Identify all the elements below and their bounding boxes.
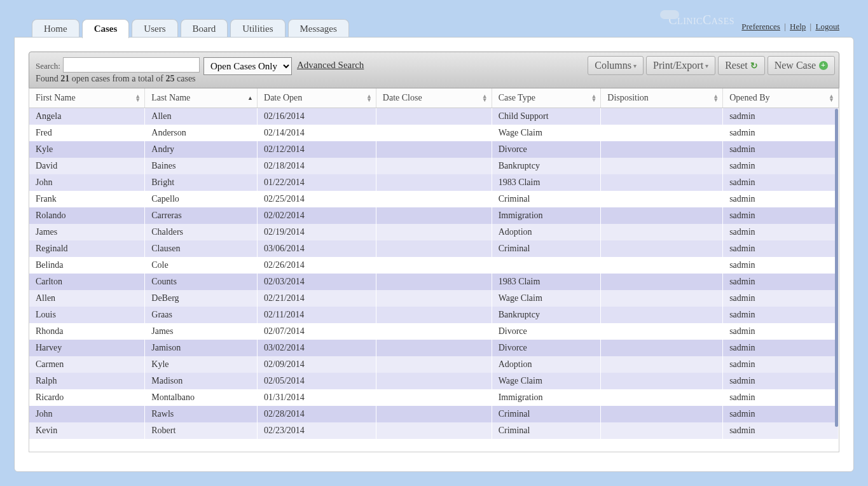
- table-row[interactable]: CarmenKyle02/09/2014Adoptionsadmin: [29, 356, 839, 373]
- reset-button[interactable]: Reset ↻: [718, 56, 765, 75]
- cell-disp: [601, 125, 723, 141]
- table-scroll[interactable]: AngelaAllen02/16/2014Child Supportsadmin…: [29, 108, 839, 452]
- cell-first: Rhonda: [29, 323, 145, 340]
- table-row[interactable]: FrankCapello02/25/2014Criminalsadmin: [29, 191, 839, 207]
- table-row[interactable]: FredAnderson02/14/2014Wage Claimsadmin: [29, 125, 839, 141]
- table-row[interactable]: AngelaAllen02/16/2014Child Supportsadmin: [29, 108, 839, 125]
- cell-type: Child Support: [492, 108, 601, 125]
- cell-open: 02/16/2014: [258, 108, 376, 125]
- cell-type: Immigration: [492, 207, 601, 224]
- cell-disp: [601, 274, 723, 290]
- columns-button[interactable]: Columns ▾: [588, 56, 644, 75]
- cloud-icon: [660, 10, 679, 19]
- results-count: Found 21 open cases from a total of 25 c…: [36, 74, 196, 84]
- cell-last: Chalders: [145, 224, 258, 240]
- cell-disp: [601, 406, 723, 422]
- cell-last: Carreras: [145, 207, 258, 224]
- cell-first: David: [29, 158, 145, 174]
- table-row[interactable]: KevinRobert02/23/2014Criminalsadmin: [29, 422, 839, 439]
- cell-type: Adoption: [492, 224, 601, 240]
- cell-open: 02/02/2014: [258, 207, 376, 224]
- cell-by: sadmin: [723, 307, 839, 323]
- cell-by: sadmin: [723, 323, 839, 340]
- table-row[interactable]: LouisGraas02/11/2014Bankruptcysadmin: [29, 307, 839, 323]
- case-filter-select[interactable]: Open Cases Only: [203, 57, 292, 75]
- scrollbar-thumb[interactable]: [835, 109, 838, 427]
- cell-close: [376, 141, 492, 158]
- table-row[interactable]: HarveyJamison03/02/2014Divorcesadmin: [29, 340, 839, 356]
- cell-open: 02/09/2014: [258, 356, 376, 373]
- table-row[interactable]: RalphMadison02/05/2014Wage Claimsadmin: [29, 373, 839, 389]
- cell-by: sadmin: [723, 240, 839, 257]
- table-row[interactable]: RolandoCarreras02/02/2014Immigrationsadm…: [29, 207, 839, 224]
- tab-utilities[interactable]: Utilities: [230, 19, 285, 38]
- table-row[interactable]: AllenDeBerg02/21/2014Wage Claimsadmin: [29, 290, 839, 307]
- table-row[interactable]: KyleAndry02/12/2014Divorcesadmin: [29, 141, 839, 158]
- tab-users[interactable]: Users: [132, 19, 177, 38]
- help-link[interactable]: Help: [790, 22, 806, 31]
- table-row[interactable]: ReginaldClausen03/06/2014Criminalsadmin: [29, 240, 839, 257]
- table-row[interactable]: RhondaJames02/07/2014Divorcesadmin: [29, 323, 839, 340]
- cell-open: 02/14/2014: [258, 125, 376, 141]
- cell-close: [376, 290, 492, 307]
- table-row[interactable]: JamesChalders02/19/2014Adoptionsadmin: [29, 224, 839, 240]
- cell-first: Louis: [29, 307, 145, 323]
- cell-disp: [601, 257, 723, 274]
- cell-last: Cole: [145, 257, 258, 274]
- cell-open: 01/31/2014: [258, 389, 376, 406]
- cell-open: 02/11/2014: [258, 307, 376, 323]
- cell-close: [376, 158, 492, 174]
- table-row[interactable]: JohnRawls02/28/2014Criminalsadmin: [29, 406, 839, 422]
- cell-by: sadmin: [723, 406, 839, 422]
- logout-link[interactable]: Logout: [815, 22, 839, 31]
- cell-disp: [601, 356, 723, 373]
- cell-close: [376, 257, 492, 274]
- search-input[interactable]: [63, 57, 200, 73]
- cell-open: 02/18/2014: [258, 158, 376, 174]
- table-row[interactable]: JohnBright01/22/20141983 Claimsadmin: [29, 174, 839, 191]
- main-panel: Search: Open Cases Only Advanced Search …: [14, 37, 854, 472]
- cell-open: 02/21/2014: [258, 290, 376, 307]
- cell-last: Bright: [145, 174, 258, 191]
- tab-home[interactable]: Home: [32, 19, 79, 38]
- cases-table-wrap: First Name▲▼Last Name▲Date Open▲▼Date Cl…: [29, 88, 839, 452]
- table-row[interactable]: RicardoMontalbano01/31/2014Immigrationsa…: [29, 389, 839, 406]
- tab-messages[interactable]: Messages: [288, 19, 349, 38]
- cell-open: 02/26/2014: [258, 257, 376, 274]
- table-row[interactable]: DavidBaines02/18/2014Bankruptcysadmin: [29, 158, 839, 174]
- cell-disp: [601, 174, 723, 191]
- cell-open: 02/28/2014: [258, 406, 376, 422]
- cell-open: 02/23/2014: [258, 422, 376, 439]
- column-header[interactable]: Date Open▲▼: [258, 88, 376, 108]
- preferences-link[interactable]: Preferences: [741, 22, 780, 31]
- table-row[interactable]: CarltonCounts02/03/20141983 Claimsadmin: [29, 274, 839, 290]
- cell-disp: [601, 108, 723, 125]
- cell-by: sadmin: [723, 191, 839, 207]
- column-header[interactable]: Disposition▲▼: [601, 88, 723, 108]
- column-header[interactable]: Case Type▲▼: [492, 88, 601, 108]
- cell-first: Carlton: [29, 274, 145, 290]
- cell-type: Bankruptcy: [492, 307, 601, 323]
- column-header[interactable]: First Name▲▼: [29, 88, 145, 108]
- sort-icon: ▲▼: [366, 94, 372, 102]
- cell-last: Allen: [145, 108, 258, 125]
- cell-last: Robert: [145, 422, 258, 439]
- cell-by: sadmin: [723, 389, 839, 406]
- cell-disp: [601, 389, 723, 406]
- table-row[interactable]: BelindaCole02/26/2014sadmin: [29, 257, 839, 274]
- tab-cases[interactable]: Cases: [82, 19, 130, 38]
- new-case-button[interactable]: New Case: [768, 56, 835, 75]
- cell-last: Kyle: [145, 356, 258, 373]
- column-header[interactable]: Last Name▲: [145, 88, 258, 108]
- print-export-button[interactable]: Print/Export ▾: [646, 56, 715, 75]
- cell-by: sadmin: [723, 108, 839, 125]
- cell-open: 02/05/2014: [258, 373, 376, 389]
- column-header[interactable]: Date Close▲▼: [376, 88, 492, 108]
- scrollbar[interactable]: [835, 109, 839, 452]
- nav-tabs: HomeCasesUsersBoardUtilitiesMessages: [32, 19, 352, 38]
- tab-board[interactable]: Board: [181, 19, 228, 38]
- advanced-search-link[interactable]: Advanced Search: [297, 60, 364, 71]
- cell-open: 02/25/2014: [258, 191, 376, 207]
- cell-disp: [601, 240, 723, 257]
- column-header[interactable]: Opened By▲▼: [723, 88, 839, 108]
